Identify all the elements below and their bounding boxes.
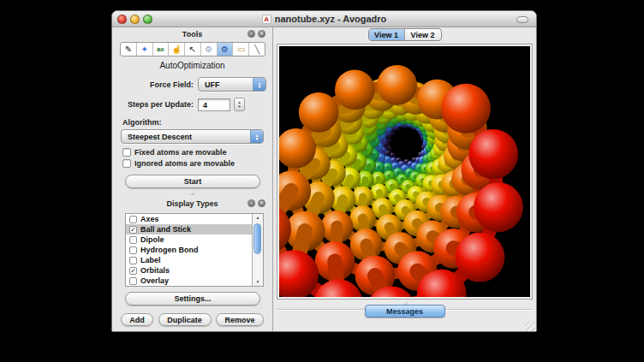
scroll-down-icon[interactable]: ▼ xyxy=(253,278,263,286)
ignored-atoms-label: Ignored atoms are movable xyxy=(134,159,235,168)
selection-tool[interactable]: ↖ xyxy=(185,43,201,56)
navigate-tool-icon: ✦ xyxy=(140,45,147,54)
start-button[interactable]: Start xyxy=(125,175,260,188)
auto-optimize-tool[interactable]: ⚙ xyxy=(218,43,234,56)
force-field-label: Force Field: xyxy=(112,80,194,89)
manipulate-tool[interactable]: ☝ xyxy=(169,43,185,56)
display-type-label: Label xyxy=(140,256,161,264)
display-types-panel-header: Display Types ▫ ✕ xyxy=(112,197,272,210)
remove-button[interactable]: Remove xyxy=(216,313,264,326)
fixed-atoms-label: Fixed atoms are movable xyxy=(134,148,227,157)
tab-view-2[interactable]: View 2 xyxy=(405,29,441,40)
tools-panel-header: Tools ▫ ✕ xyxy=(112,27,272,40)
selection-tool-icon: ↖ xyxy=(189,45,196,54)
display-type-row-ball-and-stick[interactable]: ✓Ball and Stick xyxy=(126,224,252,234)
left-dock: Tools ▫ ✕ ✎✦ao☝↖⚙⚙▭╲ AutoOptimization Fo… xyxy=(112,27,273,332)
popup-arrows-icon: ▴▾ xyxy=(253,78,265,91)
panel-splitter[interactable] xyxy=(112,188,272,197)
steps-per-update-label: Steps per Update: xyxy=(112,100,194,109)
display-types-title: Display Types xyxy=(167,199,218,208)
display-type-label: Ball and Stick xyxy=(140,225,191,234)
add-button[interactable]: Add xyxy=(121,313,153,326)
display-type-row-overlay[interactable]: Overlay xyxy=(126,276,252,286)
algorithm-label: Algorithm: xyxy=(122,118,272,127)
display-type-label: Orbitals xyxy=(140,266,170,275)
auto-rotate-tool[interactable]: ⚙ xyxy=(201,43,218,56)
duplicate-button[interactable]: Duplicate xyxy=(158,313,212,326)
navigate-tool[interactable]: ✦ xyxy=(137,43,153,56)
align-tool[interactable]: ╲ xyxy=(249,43,265,56)
settings-button[interactable]: Settings... xyxy=(125,292,260,306)
checkbox[interactable] xyxy=(129,236,137,244)
popup-arrows-icon: ▴▾ xyxy=(250,130,263,143)
ignored-atoms-checkbox[interactable] xyxy=(122,159,131,168)
view-tabs: View 1 View 2 xyxy=(368,28,442,41)
display-type-row-axes[interactable]: Axes xyxy=(126,214,252,224)
auto-optimize-tool-icon: ⚙ xyxy=(221,45,229,54)
display-type-label: Hydrogen Bond xyxy=(140,246,199,254)
force-field-select[interactable]: UFF ▴▾ xyxy=(198,77,266,92)
steps-per-update-input[interactable]: 4 xyxy=(198,98,230,111)
stepper-down-icon[interactable]: ▾ xyxy=(238,104,241,109)
scrollbar-thumb[interactable] xyxy=(253,223,261,254)
auto-rotate-tool-icon: ⚙ xyxy=(205,45,212,54)
measure-tool[interactable]: ▭ xyxy=(233,43,249,56)
display-type-row-label[interactable]: Label xyxy=(126,255,252,265)
draw-tool[interactable]: ✎ xyxy=(121,43,137,56)
resize-grip-icon[interactable] xyxy=(525,322,535,332)
checkbox[interactable] xyxy=(129,257,137,264)
window-title: nanotube.xyz - Avogadro xyxy=(275,14,387,24)
checkbox[interactable] xyxy=(129,246,137,254)
scroll-up-icon[interactable]: ▲ xyxy=(253,214,263,222)
float-panel-icon[interactable]: ▫ xyxy=(247,30,255,38)
tool-toolbar: ✎✦ao☝↖⚙⚙▭╲ xyxy=(120,42,265,56)
steps-stepper[interactable]: ▴ ▾ xyxy=(234,98,245,111)
draw-tool-icon: ✎ xyxy=(125,45,132,54)
display-types-list: Axes✓Ball and StickDipoleHydrogen BondLa… xyxy=(125,213,264,287)
checkbox[interactable]: ✓ xyxy=(129,226,137,234)
close-panel-icon[interactable]: ✕ xyxy=(258,30,265,38)
view-pane: View 1 View 2 Messages xyxy=(273,27,536,332)
tab-view-1[interactable]: View 1 xyxy=(369,29,405,40)
document-icon: A xyxy=(262,15,271,24)
scrollbar[interactable]: ▲ ▼ xyxy=(252,214,263,286)
measure-tool-icon: ▭ xyxy=(237,45,245,54)
gl-frame xyxy=(277,44,533,300)
bond-centric-tool-icon: ao xyxy=(157,46,164,52)
checkbox[interactable] xyxy=(129,216,137,223)
bottom-bar: Messages xyxy=(273,300,536,332)
align-tool-icon: ╲ xyxy=(254,45,259,54)
3d-viewport[interactable] xyxy=(279,46,530,297)
checkbox[interactable] xyxy=(129,277,137,285)
toolbar-toggle-button[interactable] xyxy=(516,16,528,23)
autoopt-title: AutoOptimization xyxy=(112,61,272,70)
fixed-atoms-checkbox[interactable] xyxy=(122,148,131,157)
display-type-label: Dipole xyxy=(140,235,164,244)
checkbox[interactable]: ✓ xyxy=(129,267,137,275)
messages-button[interactable]: Messages xyxy=(365,305,445,317)
display-type-label: Axes xyxy=(140,215,159,223)
display-type-row-dipole[interactable]: Dipole xyxy=(126,234,252,245)
display-type-row-orbitals[interactable]: ✓Orbitals xyxy=(126,265,252,276)
splitter-handle-icon xyxy=(190,191,194,195)
algorithm-select[interactable]: Steepest Descent ▴▾ xyxy=(121,129,264,144)
float-panel-icon[interactable]: ▫ xyxy=(247,199,255,207)
close-panel-icon[interactable]: ✕ xyxy=(258,199,265,207)
manipulate-tool-icon: ☝ xyxy=(171,45,182,54)
display-type-row-hydrogen-bond[interactable]: Hydrogen Bond xyxy=(126,245,252,255)
tools-panel-title: Tools xyxy=(182,30,202,39)
avogadro-window: A nanotube.xyz - Avogadro Tools ▫ ✕ ✎✦ao… xyxy=(111,10,537,332)
titlebar[interactable]: A nanotube.xyz - Avogadro xyxy=(112,11,536,27)
display-type-label: Overlay xyxy=(140,276,169,285)
bond-centric-tool[interactable]: ao xyxy=(153,43,170,56)
